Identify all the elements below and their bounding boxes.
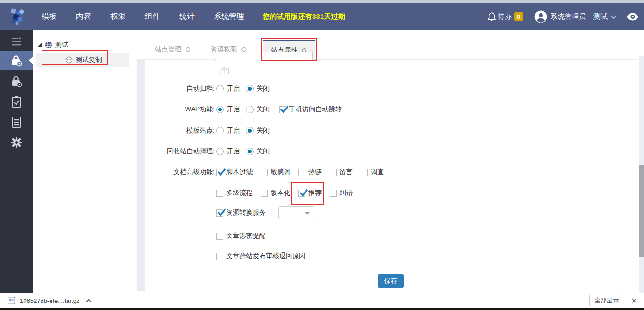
radio-option-on[interactable]: 开启 — [216, 147, 240, 156]
todo-count-badge[interactable]: 0 — [514, 12, 523, 21]
checkbox-icon[interactable] — [330, 190, 337, 197]
todo-label[interactable]: 待办 — [498, 12, 512, 21]
chevron-up-icon[interactable] — [86, 299, 92, 304]
menu-item-permission[interactable]: 权限 — [110, 12, 126, 22]
checkbox-icon[interactable] — [298, 190, 305, 197]
icon-sidebar — [0, 30, 33, 293]
download-filename: 106527db-efe....tar.gz — [20, 297, 79, 304]
unit-hint: (个) — [219, 66, 229, 75]
radio-icon[interactable] — [246, 106, 254, 113]
checkbox-sensitive-words[interactable]: 敏感词 — [261, 168, 290, 176]
site-field-input-partial[interactable] — [215, 52, 313, 61]
field-label: 文档高级功能: — [136, 168, 215, 176]
checkbox-icon[interactable] — [361, 169, 368, 176]
menu-item-content[interactable]: 内容 — [76, 12, 91, 22]
form-row-recycle-clean: 回收站自动清理: 开启 关闭 — [136, 146, 627, 157]
refresh-icon[interactable] — [241, 47, 246, 52]
radio-option-on[interactable]: 开启 — [216, 105, 240, 114]
form-row-doc-advanced: 文档高级功能: 脚本过滤 敏感词 热链 留言 — [136, 167, 627, 177]
tree-node-root[interactable]: 测试 — [38, 40, 68, 50]
user-name: 系统管理员 — [551, 12, 586, 21]
radio-option-off[interactable]: 关闭 — [246, 126, 270, 135]
checkbox-recommend[interactable]: 推荐 — [298, 189, 322, 197]
form-row-cross-site-reason: 文章跨站发布审核退回原因 — [136, 251, 627, 261]
checkbox-message[interactable]: 留言 — [330, 168, 353, 176]
navbar-right-cluster: 待办 0 系统管理员 测试 — [488, 10, 638, 23]
radio-icon[interactable] — [246, 85, 254, 92]
radio-option-off[interactable]: 关闭 — [246, 147, 270, 156]
checkbox-survey[interactable]: 调查 — [361, 168, 384, 176]
sidebar-item-audit[interactable] — [0, 92, 33, 111]
download-item[interactable]: 106527db-efe....tar.gz — [8, 293, 91, 308]
checkbox-script-filter[interactable]: 脚本过滤 — [216, 168, 253, 176]
radio-option-on[interactable]: 开启 — [216, 126, 240, 135]
lock-gear-icon — [10, 54, 23, 67]
field-label: 自动归档: — [136, 84, 215, 93]
form-row-resource-convert: 资源转换服务 — [136, 206, 627, 220]
menu-item-template[interactable]: 模板 — [42, 12, 57, 22]
tab-site-management[interactable]: 站点管理 — [151, 40, 195, 59]
save-button[interactable]: 保存 — [378, 274, 404, 288]
field-label: 模板站点: — [136, 126, 215, 135]
footer-divider — [145, 268, 638, 268]
checkbox-icon[interactable] — [216, 253, 223, 260]
checkbox-resource-convert[interactable]: 资源转换服务 — [216, 209, 266, 217]
menu-item-statistics[interactable]: 统计 — [179, 12, 195, 22]
menu-item-system[interactable]: 系统管理 — [214, 12, 244, 22]
checkbox-icon[interactable] — [261, 190, 268, 197]
checkbox-icon[interactable] — [216, 209, 223, 217]
checkbox-multilevel-flow[interactable]: 多级流程 — [216, 189, 253, 197]
checkbox-icon[interactable] — [216, 169, 223, 176]
checkbox-icon[interactable] — [216, 190, 223, 197]
radio-option-on[interactable]: 开启 — [216, 84, 240, 93]
radio-icon[interactable] — [216, 85, 224, 92]
globe-icon-dark — [45, 41, 52, 49]
sidebar-item-resource-permission[interactable] — [0, 72, 33, 91]
trial-warning-text: 您的试用版还有331天过期 — [263, 12, 345, 21]
close-download-bar-icon[interactable]: × — [628, 293, 640, 307]
radio-option-off[interactable]: 关闭 — [246, 105, 270, 114]
field-label: WAP功能: — [136, 105, 215, 114]
radio-icon[interactable] — [246, 127, 254, 134]
radio-icon[interactable] — [216, 127, 224, 134]
tab-label: 站点管理 — [155, 45, 181, 54]
active-notch — [29, 56, 33, 65]
user-avatar-icon[interactable] — [534, 10, 547, 23]
checkbox-icon[interactable] — [279, 106, 286, 113]
menu-item-component[interactable]: 组件 — [145, 12, 160, 22]
sidebar-item-forms[interactable] — [0, 113, 33, 132]
sidebar-item-collapse[interactable] — [0, 32, 33, 51]
bell-icon[interactable] — [488, 12, 496, 21]
sidebar-item-settings[interactable] — [0, 133, 33, 152]
tree-root-label: 测试 — [55, 41, 68, 49]
main-content: 站点管理 资源权限 站点属性 (个) 自动归档: — [136, 30, 644, 293]
radio-icon[interactable] — [216, 106, 224, 113]
field-label: 回收站自动清理: — [136, 147, 215, 156]
site-switcher[interactable]: 测试 — [593, 12, 616, 21]
refresh-icon[interactable] — [185, 47, 191, 52]
scrollbar-thumb[interactable] — [639, 165, 644, 257]
radio-icon[interactable] — [216, 148, 224, 155]
checkbox-icon[interactable] — [261, 169, 268, 176]
radio-icon[interactable] — [246, 148, 254, 155]
resource-convert-select[interactable] — [278, 206, 314, 219]
menu-expand-icon — [11, 37, 22, 46]
caret-down-icon — [305, 212, 310, 215]
checkbox-secrecy-alert[interactable]: 文章涉密提醒 — [216, 232, 266, 240]
checkbox-icon[interactable] — [216, 233, 223, 240]
checkbox-versioning[interactable]: 版本化 — [261, 189, 290, 197]
checkbox-error-correction[interactable]: 纠错 — [330, 189, 353, 197]
preview-eye-icon[interactable] — [627, 13, 638, 21]
file-icon — [8, 297, 15, 304]
radio-option-off[interactable]: 关闭 — [246, 84, 270, 93]
tree-node-child-selected[interactable]: 测试复制 — [36, 53, 129, 67]
tree-expander-icon[interactable] — [38, 43, 42, 47]
checkbox-hotlink[interactable]: 热链 — [298, 168, 322, 176]
checkbox-icon[interactable] — [330, 169, 337, 176]
show-all-downloads-button[interactable]: 全部显示 — [589, 295, 624, 306]
sidebar-item-site-permission[interactable] — [0, 51, 33, 70]
checkbox-cross-site-reason[interactable]: 文章跨站发布审核退回原因 — [216, 252, 305, 260]
checkbox-mobile-jump[interactable]: 手机访问自动跳转 — [279, 105, 342, 114]
checkbox-icon[interactable] — [298, 169, 305, 176]
main-menu: 模板 内容 权限 组件 统计 系统管理 — [42, 12, 244, 22]
